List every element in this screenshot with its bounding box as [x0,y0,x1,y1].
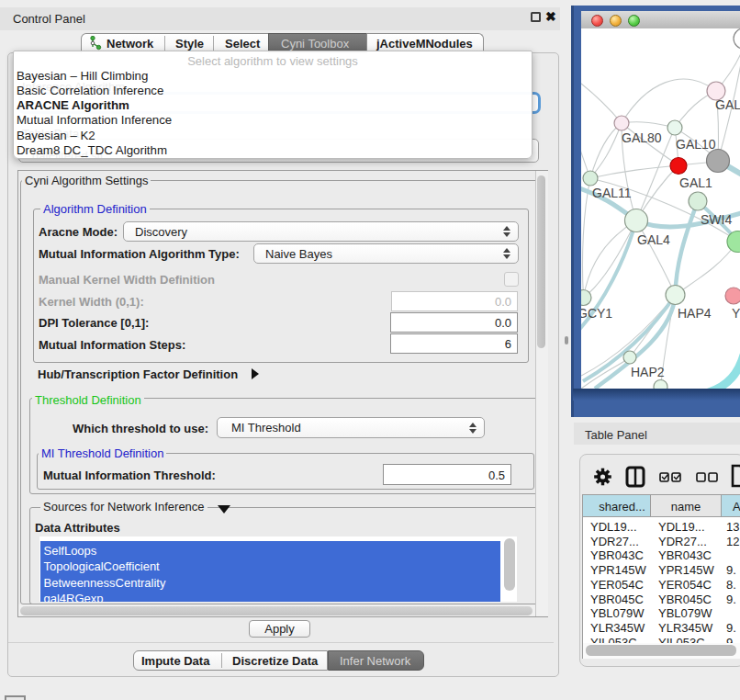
svg-text:GCY1: GCY1 [581,306,612,321]
svg-text:GAL4: GAL4 [637,232,670,247]
svg-text:HAP4: HAP4 [678,306,712,321]
svg-text:GAL11: GAL11 [592,186,632,200]
svg-text:GAL1: GAL1 [679,175,712,190]
svg-text:Y: Y [732,306,740,321]
svg-text:GAL7: GAL7 [715,97,740,112]
svg-text:GAL80: GAL80 [622,130,662,145]
svg-text:SWI4: SWI4 [701,212,732,227]
svg-text:GAL10: GAL10 [676,137,716,152]
svg-text:HAP2: HAP2 [631,365,665,379]
